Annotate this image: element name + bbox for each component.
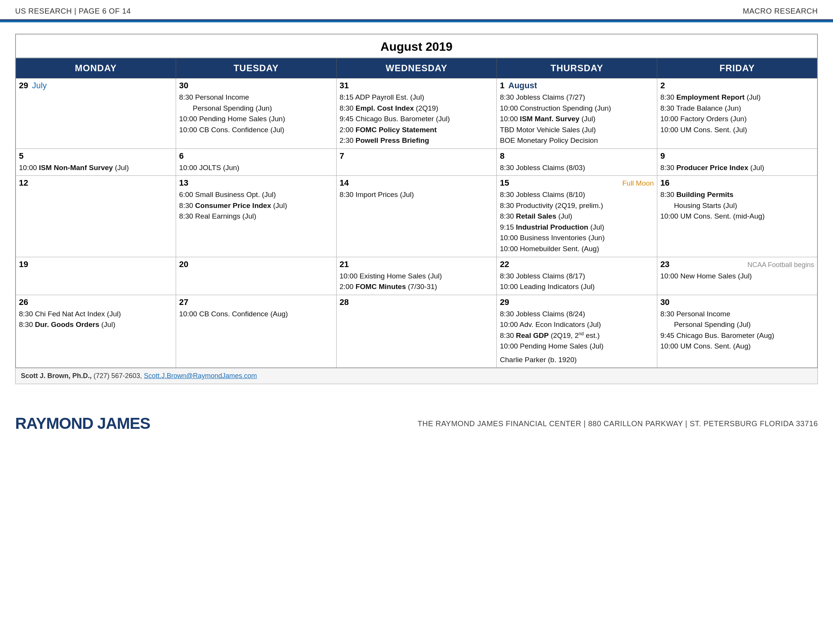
section-label: MACRO RESEARCH (743, 7, 818, 16)
day-number: 23 (660, 259, 669, 269)
event-line: 2:00 FOMC Minutes (7/30-31) (339, 282, 494, 292)
event-line: 10:00 Existing Home Sales (Jul) (339, 271, 494, 282)
event-line: 10:00 Business Inventories (Jun) (500, 233, 654, 243)
calendar-cell: 136:00 Small Business Opt. (Jul)8:30 Con… (176, 176, 337, 257)
col-wednesday: WEDNESDAY (336, 58, 497, 79)
event-line: TBD Motor Vehicle Sales (Jul) (500, 125, 654, 135)
day-header: 20 (179, 259, 333, 269)
calendar-header-row: MONDAY TUESDAY WEDNESDAY THURSDAY FRIDAY (16, 58, 817, 79)
day-header: 23NCAA Football begins (660, 259, 814, 269)
event-line: 10:00 ISM Manf. Survey (Jul) (500, 114, 654, 124)
calendar-cell: 88:30 Jobless Claims (8/03) (497, 148, 657, 176)
event-line: 10:00 JOLTS (Jun) (179, 163, 333, 173)
day-number: 9 (660, 151, 665, 161)
cell-events: 8:30 Personal IncomePersonal Spending (J… (179, 92, 333, 135)
calendar-table: MONDAY TUESDAY WEDNESDAY THURSDAY FRIDAY… (15, 58, 818, 368)
calendar-cell: 7 (336, 148, 497, 176)
calendar-cell: 268:30 Chi Fed Nat Act Index (Jul)8:30 D… (16, 295, 176, 368)
event-line: Housing Starts (Jul) (660, 200, 814, 211)
day-header: 21 (339, 259, 494, 269)
event-line: 8:30 Trade Balance (Jun) (660, 103, 814, 114)
calendar-cell: 23NCAA Football begins10:00 New Home Sal… (657, 257, 817, 295)
event-line: 10:00 UM Cons. Sent. (Jul) (660, 125, 814, 135)
day-header: 7 (339, 151, 494, 161)
day-number: 7 (339, 151, 344, 161)
calendar-cell: 318:15 ADP Payroll Est. (Jul)8:30 Empl. … (336, 79, 497, 149)
footer-email-link[interactable]: Scott.J.Brown@RaymondJames.com (144, 372, 257, 380)
day-number: 20 (179, 259, 188, 269)
day-header: 30 (660, 297, 814, 307)
calendar-cell: 15Full Moon8:30 Jobless Claims (8/10)8:3… (497, 176, 657, 257)
event-line: BOE Monetary Policy Decision (500, 135, 654, 146)
day-number: 12 (19, 178, 28, 188)
event-line: 10:00 ISM Non-Manf Survey (Jul) (19, 163, 173, 173)
event-line: 8:30 Employment Report (Jul) (660, 92, 814, 103)
calendar-cell: 308:30 Personal IncomePersonal Spending … (657, 295, 817, 368)
event-line: 10:00 Pending Home Sales (Jun) (179, 114, 333, 124)
event-line: 10:00 Homebuilder Sent. (Aug) (500, 243, 654, 254)
event-line: 10:00 Factory Orders (Jun) (660, 114, 814, 124)
calendar-week-row: 19202110:00 Existing Home Sales (Jul)2:0… (16, 257, 817, 295)
day-number: 30 (179, 80, 188, 90)
month-label: July (32, 80, 47, 90)
cell-events: 8:30 Chi Fed Nat Act Index (Jul)8:30 Dur… (19, 309, 173, 330)
event-line: 6:00 Small Business Opt. (Jul) (179, 189, 333, 200)
event-line: 2:30 Powell Press Briefing (339, 135, 494, 146)
cell-events: 8:30 Jobless Claims (8/17)10:00 Leading … (500, 271, 654, 292)
event-line: 9:45 Chicago Bus. Barometer (Aug) (660, 330, 814, 341)
calendar-cell: 308:30 Personal IncomePersonal Spending … (176, 79, 337, 149)
calendar-cell: 1August8:30 Jobless Claims (7/27)10:00 C… (497, 79, 657, 149)
day-header: 29July (19, 80, 173, 90)
day-header: 16 (660, 178, 814, 188)
day-number: 29 (500, 297, 509, 307)
calendar-cell: 510:00 ISM Non-Manf Survey (Jul) (16, 148, 176, 176)
day-header: 13 (179, 178, 333, 188)
calendar-cell: 12 (16, 176, 176, 257)
col-thursday: THURSDAY (497, 58, 657, 79)
event-line: 8:30 Consumer Price Index (Jul) (179, 200, 333, 211)
day-header: 30 (179, 80, 333, 90)
calendar-cell: 98:30 Producer Price Index (Jul) (657, 148, 817, 176)
day-number: 21 (339, 259, 349, 269)
event-line: 8:30 Jobless Claims (8/03) (500, 163, 654, 173)
cell-events: 8:30 Import Prices (Jul) (339, 189, 494, 200)
calendar-cell: 19 (16, 257, 176, 295)
calendar-week-row: 12136:00 Small Business Opt. (Jul)8:30 C… (16, 176, 817, 257)
event-line: 10:00 CB Cons. Confidence (Jul) (179, 125, 333, 135)
event-line: 8:30 Jobless Claims (8/24) (500, 309, 654, 319)
day-header: 29 (500, 297, 654, 307)
calendar-week-row: 29July308:30 Personal IncomePersonal Spe… (16, 79, 817, 149)
event-line: Personal Spending (Jul) (660, 319, 814, 330)
top-bar: US RESEARCH | PAGE 6 OF 14 MACRO RESEARC… (0, 0, 833, 21)
cell-events: 8:30 Employment Report (Jul)8:30 Trade B… (660, 92, 814, 135)
cell-events: 6:00 Small Business Opt. (Jul)8:30 Consu… (179, 189, 333, 222)
day-header: 6 (179, 151, 333, 161)
cell-events: 10:00 JOLTS (Jun) (179, 163, 333, 173)
day-number: 6 (179, 151, 183, 161)
event-line: 8:30 Chi Fed Nat Act Index (Jul) (19, 309, 173, 319)
day-number: 14 (339, 178, 349, 188)
event-line: 2:00 FOMC Policy Statement (339, 125, 494, 135)
calendar-cell: 28:30 Employment Report (Jul)8:30 Trade … (657, 79, 817, 149)
calendar-cell: 228:30 Jobless Claims (8/17)10:00 Leadin… (497, 257, 657, 295)
day-number: 2 (660, 80, 665, 90)
cell-events: 8:30 Jobless Claims (7/27)10:00 Construc… (500, 92, 654, 146)
cell-events: 8:30 Jobless Claims (8/10)8:30 Productiv… (500, 189, 654, 254)
day-number: 16 (660, 178, 669, 188)
day-header: 15Full Moon (500, 178, 654, 188)
day-header: 27 (179, 297, 333, 307)
full-moon-label: Full Moon (513, 179, 654, 188)
raymond-james-logo: RAYMOND JAMES (15, 414, 150, 433)
event-line: 8:30 Jobless Claims (8/17) (500, 271, 654, 282)
event-line: 8:15 ADP Payroll Est. (Jul) (339, 92, 494, 103)
cell-events: 10:00 CB Cons. Confidence (Aug) (179, 309, 333, 319)
day-header: 2 (660, 80, 814, 90)
day-header: 22 (500, 259, 654, 269)
event-line: 10:00 New Home Sales (Jul) (660, 271, 814, 282)
cell-events: 10:00 ISM Non-Manf Survey (Jul) (19, 163, 173, 173)
event-line: 8:30 Empl. Cost Index (2Q19) (339, 103, 494, 114)
bottom-bar: RAYMOND JAMES THE RAYMOND JAMES FINANCIA… (0, 399, 833, 440)
cell-events: 10:00 Existing Home Sales (Jul)2:00 FOMC… (339, 271, 494, 292)
cell-events: 8:15 ADP Payroll Est. (Jul)8:30 Empl. Co… (339, 92, 494, 146)
page-info: US RESEARCH | PAGE 6 OF 14 (15, 7, 131, 16)
